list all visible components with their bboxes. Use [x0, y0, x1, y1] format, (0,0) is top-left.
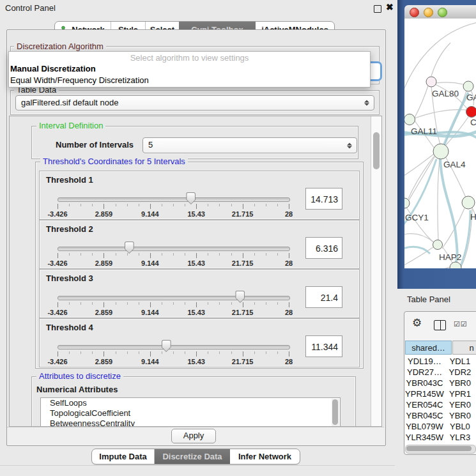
screen: Control Panel ✖ Network Style Select Cyn…: [0, 0, 476, 476]
table-data-combobox[interactable]: galFiltered.sif default node: [15, 95, 374, 111]
numerical-attributes-label: Numerical Attributes: [36, 385, 118, 394]
close-icon[interactable]: ✖: [386, 2, 394, 12]
cyni-bottom-tabbar: Impute Data Discretize Data Infer Networ…: [91, 449, 300, 464]
slider-track[interactable]: [58, 296, 290, 300]
slider-thumb[interactable]: [162, 340, 171, 352]
gear-icon[interactable]: ⚙: [412, 318, 422, 328]
slider-thumb[interactable]: [186, 192, 196, 204]
network-window-titlebar[interactable]: [404, 5, 476, 19]
network-node[interactable]: [433, 144, 449, 159]
dock-divider: [0, 465, 395, 466]
interval-definition-title: Interval Definition: [36, 121, 105, 130]
list-item[interactable]: SelfLoops: [41, 398, 340, 408]
network-canvas[interactable]: GAL80GACGAL11GAL4GCY1HHAP2: [404, 19, 476, 268]
slider-track[interactable]: [58, 197, 290, 202]
tab-label: Impute Data: [99, 452, 146, 461]
node-label: C: [470, 118, 476, 127]
network-edge: [442, 208, 464, 249]
threshold-label: Threshold 3: [46, 273, 93, 283]
node-label: GCY1: [405, 213, 429, 222]
slider-thumb[interactable]: [125, 242, 134, 254]
list-item[interactable]: TopologicalCoefficient: [41, 408, 340, 418]
network-canvas-svg: GAL80GACGAL11GAL4GCY1HHAP2: [404, 19, 476, 268]
network-edge: [436, 82, 463, 84]
table-row[interactable]: YBR043CYBR0: [405, 378, 476, 388]
table-row[interactable]: YPR145WYPR1: [405, 388, 476, 399]
dropdown-hint: Select algorithm to view settings: [9, 52, 370, 63]
tab-impute-data[interactable]: Impute Data: [92, 449, 155, 464]
node-label: GA: [466, 93, 476, 102]
tab-infer-network[interactable]: Infer Network: [230, 449, 300, 464]
horizontal-scrollbar[interactable]: [405, 445, 476, 454]
threshold-value-box[interactable]: 11.344: [305, 335, 342, 357]
column-header-name[interactable]: n: [452, 341, 476, 355]
attributes-group-title: Attributes to discretize: [36, 372, 123, 380]
threshold-value-box[interactable]: 14.713: [305, 188, 342, 210]
table-row[interactable]: YLR345WYLR3: [405, 432, 476, 443]
slider-track[interactable]: [58, 345, 290, 349]
close-traffic-light[interactable]: [410, 8, 419, 17]
network-node[interactable]: [466, 107, 476, 118]
checkbox-icons[interactable]: ☑☑: [454, 320, 468, 328]
network-edge: [431, 43, 450, 76]
table-row[interactable]: YBR045CYBR0: [405, 410, 476, 421]
network-node[interactable]: [462, 196, 475, 209]
table-row[interactable]: YDR27…YDR2: [405, 367, 476, 378]
node-label: HAP2: [439, 252, 461, 262]
node-label: GAL4: [443, 160, 466, 169]
spinner-arrows-icon: [364, 100, 369, 106]
panel-title: Control Panel: [5, 3, 56, 13]
network-node[interactable]: [426, 77, 436, 87]
threshold-panel: Threshold 2 -3.4262.8599.14415.4321.7152…: [39, 220, 360, 269]
network-node[interactable]: [433, 240, 443, 250]
number-of-intervals-combobox[interactable]: 5: [142, 137, 357, 153]
tab-label: Infer Network: [238, 452, 291, 461]
slider-track[interactable]: [58, 247, 290, 251]
slider-thumb[interactable]: [235, 291, 245, 303]
number-of-intervals-label: Number of Intervals: [56, 140, 134, 150]
tab-discretize-data[interactable]: Discretize Data: [155, 449, 230, 464]
spinner-arrows-icon: [347, 142, 352, 148]
threshold-panel: Threshold 3 -3.4262.8599.14415.4321.7152…: [39, 269, 360, 318]
vertical-scrollbar[interactable]: [371, 116, 381, 426]
threshold-label: Threshold 2: [46, 224, 93, 234]
network-edge: [438, 159, 440, 240]
table-rows: YDL19…YDL1YDR27…YDR2YBR043CYBR0YPR145WYP…: [405, 356, 476, 445]
table-data-value: galFiltered.sif default node: [21, 98, 118, 107]
algorithm-group-title: Discretization Algorithm: [14, 42, 106, 50]
threshold-value-box[interactable]: 6.316: [305, 237, 342, 259]
algorithm-dropdown-popup: Select algorithm to view settings Manual…: [8, 51, 371, 88]
node-label: H: [470, 212, 476, 222]
threshold-label: Threshold 1: [46, 175, 93, 185]
dropdown-option-equal-width[interactable]: Equal Width/Frequency Discretization: [9, 75, 370, 86]
network-node[interactable]: [404, 114, 415, 125]
table-row[interactable]: YER054CYER0: [405, 399, 476, 410]
minimize-traffic-light[interactable]: [424, 8, 433, 17]
attributes-list[interactable]: SelfLoopsTopologicalCoefficientBetweenne…: [40, 397, 341, 427]
columns-icon[interactable]: [434, 320, 446, 330]
settings-scrollpane: Interval Definition Number of Intervals …: [9, 116, 382, 427]
apply-button[interactable]: Apply: [171, 429, 216, 443]
threshold-panel: Threshold 4 -3.4262.8599.14415.4321.7152…: [39, 318, 360, 367]
threshold-label: Threshold 4: [46, 323, 93, 332]
tab-label: Discretize Data: [162, 452, 222, 461]
dropdown-option-manual[interactable]: Manual Discretization: [9, 63, 370, 75]
thresholds-group-title: Threshold's Coordinates for 5 Intervals: [40, 157, 188, 165]
table-row[interactable]: YBL079WYBL0: [405, 421, 476, 432]
table-row[interactable]: YDL19…YDL1: [405, 356, 476, 367]
network-edge-highlighted: [404, 247, 430, 254]
scrollbar-thumb[interactable]: [406, 446, 472, 451]
float-window-icon[interactable]: [374, 5, 381, 13]
list-item[interactable]: BetweennessCentrality: [41, 418, 340, 427]
network-edge: [404, 266, 452, 268]
column-header-shared-name[interactable]: shared…: [405, 341, 452, 355]
zoom-traffic-light[interactable]: [438, 8, 447, 17]
threshold-value-box[interactable]: 21.4: [305, 286, 342, 308]
attributes-list-scrollbar[interactable]: [332, 399, 339, 426]
network-node[interactable]: [463, 81, 473, 91]
scrollbar-thumb[interactable]: [373, 132, 380, 169]
threshold-panel: Threshold 1 -3.4262.8599.14415.4321.7152…: [39, 171, 360, 220]
network-node[interactable]: [450, 262, 461, 268]
network-edge: [404, 247, 434, 268]
number-of-intervals-value: 5: [148, 140, 153, 150]
